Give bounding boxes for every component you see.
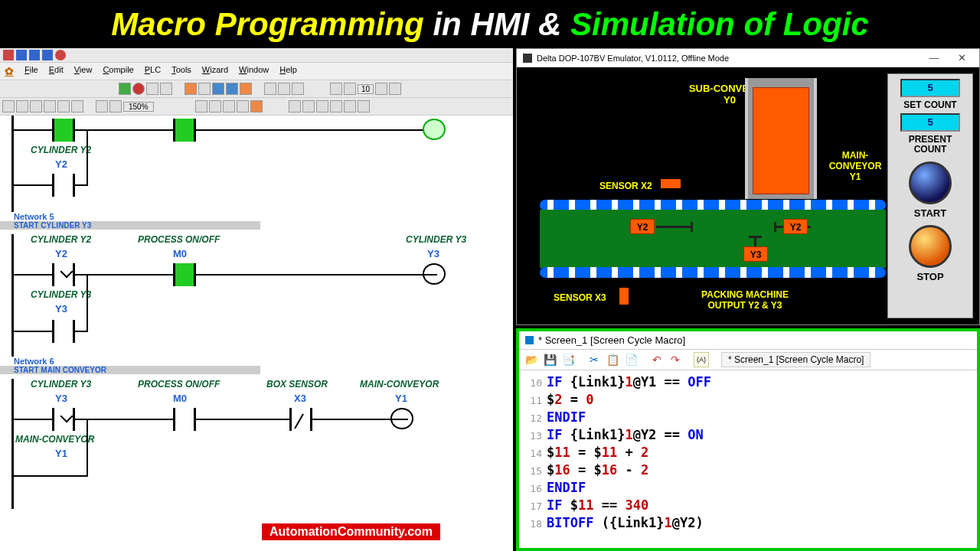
tool-icon[interactable]: [344, 100, 356, 112]
macro-toolbar[interactable]: 📂 💾 📑 ✂ 📋 📄 ↶ ↷ (A) * Screen_1 [Screen C…: [519, 349, 977, 370]
save-all-icon[interactable]: 📑: [560, 352, 576, 367]
zoom-field[interactable]: 150%: [123, 102, 154, 112]
menu-view[interactable]: View: [74, 65, 93, 77]
code-line[interactable]: 18BITOFF ({Link1}1@Y2): [524, 514, 972, 532]
tool-icon[interactable]: [292, 83, 304, 95]
tool-icon[interactable]: [44, 100, 56, 112]
ladder-diagram[interactable]: CYLINDER Y2 Y2 Network 5 START CYLINDER …: [0, 116, 513, 551]
code-line[interactable]: 16ENDIF: [524, 479, 972, 497]
tool-icon[interactable]: [212, 83, 224, 95]
tool-icon[interactable]: [71, 100, 83, 112]
set-count-value[interactable]: 5: [900, 79, 960, 97]
macro-tab[interactable]: * Screen_1 [Screen Cycle Macro]: [721, 352, 871, 367]
contact-no-active[interactable]: [173, 119, 196, 142]
tool-icon[interactable]: [289, 100, 301, 112]
present-count-value[interactable]: 5: [900, 113, 960, 132]
plc-toolbar2[interactable]: 10: [0, 80, 513, 98]
code-line[interactable]: 11$2 = 0: [524, 391, 972, 409]
menu-plc[interactable]: PLC: [145, 65, 161, 77]
menu-wizard[interactable]: Wizard: [202, 65, 228, 77]
contact-nc[interactable]: [289, 408, 312, 431]
contact-falling-edge[interactable]: [52, 263, 75, 286]
sensor-x3-indicator: [619, 288, 629, 305]
tool-icon[interactable]: [358, 100, 370, 112]
paste-icon[interactable]: 📄: [623, 352, 639, 367]
highlight-icon[interactable]: (A): [694, 352, 709, 367]
coil-output-active[interactable]: [423, 119, 446, 140]
tool-icon[interactable]: [226, 83, 238, 95]
tool-icon[interactable]: [375, 83, 387, 95]
tool-icon[interactable]: [330, 100, 342, 112]
menu-compile[interactable]: Compile: [103, 65, 133, 77]
plc-toolbar3[interactable]: 150%: [0, 98, 513, 116]
tool-icon[interactable]: [16, 100, 28, 112]
code-line[interactable]: 10IF {Link1}1@Y1 == OFF: [524, 373, 972, 391]
tool-icon[interactable]: [160, 83, 172, 95]
icon-tool2[interactable]: [29, 50, 40, 60]
contact-falling-edge[interactable]: [52, 408, 75, 431]
tool-icon[interactable]: [237, 100, 249, 112]
menu-help[interactable]: Help: [279, 65, 297, 77]
open-icon[interactable]: 📂: [524, 352, 539, 367]
tool-icon[interactable]: [330, 83, 342, 95]
tool-icon[interactable]: [389, 83, 401, 95]
coil-output[interactable]: [390, 408, 413, 429]
close-icon[interactable]: ✕: [950, 52, 973, 64]
print-icon[interactable]: [16, 50, 27, 60]
coil-output[interactable]: [423, 263, 446, 285]
tool-icon[interactable]: [264, 83, 276, 95]
tool-icon[interactable]: [198, 83, 211, 95]
start-button[interactable]: [909, 161, 952, 204]
tool-icon[interactable]: [316, 100, 328, 112]
code-line[interactable]: 13IF {Link1}1@Y2 == ON: [524, 426, 972, 444]
hmi-titlebar[interactable]: Delta DOP-107BV Emulator, V1.0112, Offli…: [517, 49, 979, 67]
tool-icon[interactable]: [278, 83, 290, 95]
contact-no[interactable]: [173, 408, 196, 431]
conveyor-belt-top: [540, 200, 886, 210]
tool-icon[interactable]: [302, 100, 315, 112]
icon-tool3[interactable]: [42, 50, 53, 60]
macro-titlebar[interactable]: * Screen_1 [Screen Cycle Macro]: [519, 331, 977, 349]
tool-icon[interactable]: [109, 100, 122, 112]
save-icon[interactable]: 💾: [542, 352, 557, 367]
tool-icon[interactable]: [30, 100, 42, 112]
code-line[interactable]: 17IF $11 == 340: [524, 497, 972, 514]
macro-code-area[interactable]: 10IF {Link1}1@Y1 == OFF 11$2 = 0 12ENDIF…: [519, 370, 977, 534]
menu-edit[interactable]: Edit: [49, 65, 64, 77]
tool-icon[interactable]: [240, 83, 252, 95]
redo-icon[interactable]: ↷: [668, 352, 683, 367]
icon-tool1[interactable]: [3, 50, 14, 60]
cut-icon[interactable]: ✂: [586, 352, 602, 367]
contact-no-active[interactable]: [52, 119, 75, 142]
tool-icon[interactable]: [250, 100, 263, 112]
tool-icon[interactable]: [195, 100, 207, 112]
minimize-icon[interactable]: ―: [923, 52, 946, 64]
code-line[interactable]: 14$11 = $11 + 2: [524, 444, 972, 461]
code-line[interactable]: 12ENDIF: [524, 409, 972, 426]
step-field[interactable]: 10: [358, 84, 374, 94]
tool-icon[interactable]: [146, 83, 158, 95]
stop-button[interactable]: [909, 225, 952, 268]
menu-tools[interactable]: Tools: [172, 65, 191, 77]
run-icon[interactable]: [119, 83, 131, 95]
contact-no-active[interactable]: [173, 263, 196, 286]
tool-icon[interactable]: [96, 100, 108, 112]
tool-icon[interactable]: [209, 100, 221, 112]
tool-icon[interactable]: [344, 83, 356, 95]
menu-window[interactable]: Window: [239, 65, 269, 77]
tool-icon[interactable]: [57, 100, 70, 112]
tool-icon[interactable]: [185, 83, 197, 95]
tool-icon[interactable]: [2, 100, 15, 112]
menu-file[interactable]: File: [24, 65, 38, 77]
contact-no[interactable]: [52, 174, 75, 197]
plc-menubar[interactable]: ✿ File Edit View Compile PLC Tools Wizar…: [0, 63, 513, 80]
contact-addr: Y3: [55, 303, 67, 315]
stop-icon-plc[interactable]: [132, 83, 145, 95]
tool-icon[interactable]: [223, 100, 235, 112]
contact-no[interactable]: [52, 320, 75, 343]
copy-icon[interactable]: 📋: [605, 352, 620, 367]
code-line[interactable]: 15$16 = $16 - 2: [524, 461, 972, 479]
plc-quickbar[interactable]: [0, 48, 513, 63]
undo-icon[interactable]: ↶: [649, 352, 665, 367]
icon-tool4[interactable]: [55, 50, 66, 60]
